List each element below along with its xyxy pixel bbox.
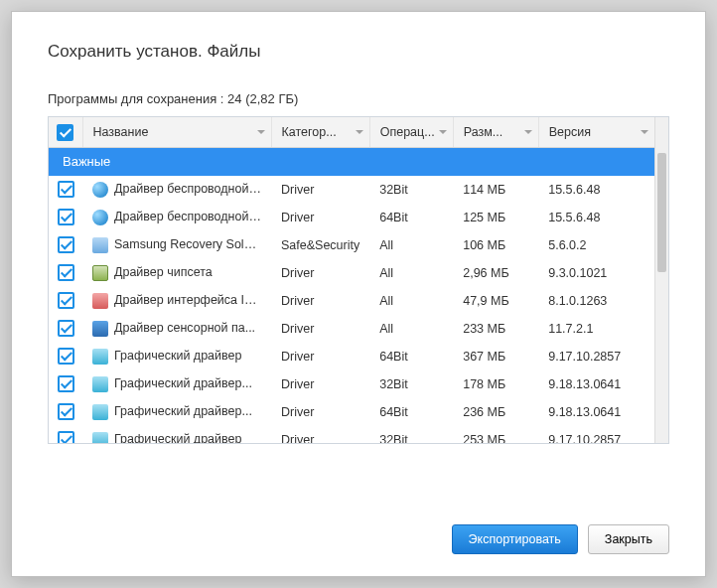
- row-version: 9.3.0.1021: [538, 259, 654, 287]
- col-category-label: Категор...: [282, 125, 337, 139]
- app-icon: [92, 265, 108, 281]
- row-name-cell: Графический драйвер...: [82, 398, 271, 426]
- row-name: Графический драйвер...: [114, 376, 252, 390]
- col-name[interactable]: Название: [82, 117, 271, 148]
- row-checkbox[interactable]: [58, 320, 74, 337]
- table-row[interactable]: Драйвер интерфейса In...DriverAll47,9 МБ…: [49, 287, 654, 315]
- app-icon: [92, 376, 108, 392]
- dialog-window: Сохранить установ. Файлы Программы для с…: [11, 11, 706, 577]
- programs-table: Название Категор... Операц... Разм.: [49, 117, 654, 443]
- row-version: 9.18.13.0641: [538, 370, 654, 398]
- row-checkbox-cell: [49, 259, 82, 287]
- row-category: Driver: [271, 287, 369, 315]
- row-os: All: [369, 315, 453, 343]
- row-checkbox[interactable]: [58, 431, 74, 443]
- row-size: 253 МБ: [453, 426, 538, 444]
- row-checkbox[interactable]: [58, 348, 74, 365]
- row-name: Графический драйвер: [114, 432, 241, 443]
- app-icon: [92, 404, 108, 420]
- col-category[interactable]: Категор...: [271, 117, 369, 148]
- row-name-cell: Samsung Recovery Solut...: [82, 231, 271, 259]
- row-os: 64Bit: [369, 398, 453, 426]
- table-row[interactable]: Графический драйверDriver64Bit367 МБ9.17…: [49, 343, 654, 370]
- row-category: Driver: [271, 259, 369, 287]
- programs-count-label: Программы для сохранения : 24 (2,82 ГБ): [48, 91, 669, 106]
- row-checkbox-cell: [49, 315, 82, 343]
- sort-arrow-icon: [641, 130, 648, 134]
- dialog-footer: Экспортировать Закрыть: [48, 507, 669, 554]
- row-size: 47,9 МБ: [453, 287, 538, 315]
- app-icon: [92, 349, 108, 365]
- close-button[interactable]: Закрыть: [588, 524, 669, 554]
- row-category: Driver: [271, 426, 369, 444]
- row-size: 367 МБ: [453, 343, 538, 370]
- row-size: 2,96 МБ: [453, 259, 538, 287]
- row-size: 178 МБ: [453, 370, 538, 398]
- col-os[interactable]: Операц...: [369, 117, 453, 148]
- row-size: 125 МБ: [453, 204, 538, 231]
- row-version: 9.17.10.2857: [538, 343, 654, 370]
- row-version: 15.5.6.48: [538, 176, 654, 204]
- row-name: Драйвер беспроводной ...: [114, 182, 262, 196]
- row-name: Samsung Recovery Solut...: [114, 237, 264, 251]
- row-version: 9.17.10.2857: [538, 426, 654, 444]
- row-checkbox[interactable]: [58, 181, 74, 198]
- row-name: Графический драйвер...: [114, 404, 252, 418]
- app-icon: [92, 321, 108, 337]
- row-name-cell: Драйвер сенсорной па...: [82, 315, 271, 343]
- header-checkbox-cell[interactable]: [49, 117, 82, 148]
- select-all-checkbox[interactable]: [57, 124, 73, 141]
- app-icon: [92, 182, 108, 198]
- row-checkbox[interactable]: [58, 264, 74, 281]
- col-size-label: Разм...: [464, 125, 502, 139]
- col-version-label: Версия: [549, 125, 591, 139]
- row-name-cell: Графический драйвер: [82, 343, 271, 370]
- group-row-important[interactable]: Важные: [49, 148, 654, 176]
- row-checkbox[interactable]: [58, 403, 74, 420]
- table-container: Название Категор... Операц... Разм.: [48, 116, 669, 444]
- table-scroll: Название Категор... Операц... Разм.: [49, 117, 654, 443]
- row-version: 11.7.2.1: [538, 315, 654, 343]
- row-os: 32Bit: [369, 370, 453, 398]
- table-row[interactable]: Графический драйверDriver32Bit253 МБ9.17…: [49, 426, 654, 444]
- table-row[interactable]: Графический драйвер...Driver64Bit236 МБ9…: [49, 398, 654, 426]
- table-row[interactable]: Драйвер беспроводной ...Driver64Bit125 М…: [49, 204, 654, 231]
- row-checkbox-cell: [49, 176, 82, 204]
- app-icon: [92, 210, 108, 225]
- row-checkbox[interactable]: [58, 375, 74, 392]
- row-os: 32Bit: [369, 426, 453, 444]
- scrollbar-thumb[interactable]: [657, 153, 666, 272]
- row-checkbox[interactable]: [58, 236, 74, 253]
- row-os: All: [369, 231, 453, 259]
- row-name: Драйвер интерфейса In...: [114, 293, 261, 307]
- table-row[interactable]: Драйвер беспроводной ...Driver32Bit114 М…: [49, 176, 654, 204]
- row-os: 64Bit: [369, 343, 453, 370]
- row-size: 114 МБ: [453, 176, 538, 204]
- export-button[interactable]: Экспортировать: [452, 524, 578, 554]
- col-size[interactable]: Разм...: [453, 117, 538, 148]
- table-row[interactable]: Samsung Recovery Solut...Safe&SecurityAl…: [49, 231, 654, 259]
- row-name: Драйвер беспроводной ...: [114, 210, 262, 223]
- table-row[interactable]: Драйвер сенсорной па...DriverAll233 МБ11…: [49, 315, 654, 343]
- table-row[interactable]: Графический драйвер...Driver32Bit178 МБ9…: [49, 370, 654, 398]
- row-size: 106 МБ: [453, 231, 538, 259]
- row-name-cell: Графический драйвер: [82, 426, 271, 444]
- row-checkbox-cell: [49, 398, 82, 426]
- app-icon: [92, 293, 108, 309]
- row-checkbox-cell: [49, 287, 82, 315]
- row-size: 233 МБ: [453, 315, 538, 343]
- row-category: Safe&Security: [271, 231, 369, 259]
- row-checkbox[interactable]: [58, 292, 74, 309]
- table-row[interactable]: Драйвер чипсетаDriverAll2,96 МБ9.3.0.102…: [49, 259, 654, 287]
- vertical-scrollbar[interactable]: [654, 117, 668, 443]
- row-os: 32Bit: [369, 176, 453, 204]
- row-checkbox[interactable]: [58, 209, 74, 225]
- row-category: Driver: [271, 315, 369, 343]
- row-checkbox-cell: [49, 426, 82, 444]
- sort-arrow-icon: [356, 130, 363, 134]
- row-name: Драйвер чипсета: [114, 265, 213, 279]
- row-name-cell: Драйвер интерфейса In...: [82, 287, 271, 315]
- col-version[interactable]: Версия: [538, 117, 654, 148]
- row-category: Driver: [271, 204, 369, 231]
- sort-arrow-icon: [439, 130, 447, 134]
